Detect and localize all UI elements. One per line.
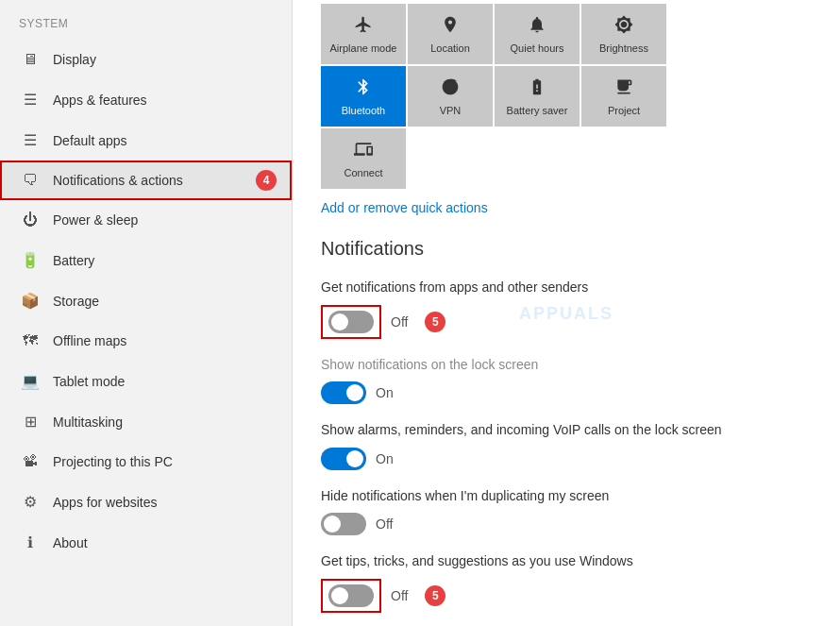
qa-tile-location[interactable]: Location [408, 4, 493, 64]
sidebar-item-apps-websites[interactable]: ⚙Apps for websites [0, 482, 292, 522]
qa-tile-airplane[interactable]: Airplane mode [321, 4, 406, 64]
storage-icon: 📦 [21, 292, 40, 310]
sidebar-item-label-display: Display [53, 52, 96, 67]
sidebar-item-tablet-mode[interactable]: 💻Tablet mode [0, 361, 292, 401]
notif-setting-label-hide-duplicating: Hide notifications when I'm duplicating … [321, 487, 812, 506]
qa-tile-label-vpn: VPN [440, 105, 462, 116]
battery-saver-icon [528, 77, 546, 101]
offline-maps-icon: 🗺 [21, 332, 40, 349]
toggle-label-get-tips: Off [391, 588, 408, 603]
toggle-label-show-alarms: On [376, 451, 394, 466]
sidebar: System 🖥Display☰Apps & features☰Default … [0, 0, 293, 626]
sidebar-item-label-tablet-mode: Tablet mode [53, 374, 125, 389]
sidebar-item-label-battery: Battery [53, 253, 94, 268]
sidebar-header: System [0, 9, 292, 40]
sidebar-item-label-power-sleep: Power & sleep [53, 212, 138, 228]
power-sleep-icon: ⏻ [21, 211, 40, 228]
qa-tile-battery-saver[interactable]: Battery saver [495, 66, 580, 127]
bluetooth-icon [354, 77, 373, 101]
sidebar-item-default-apps[interactable]: ☰Default apps [0, 120, 292, 161]
toggle-get-notifications[interactable] [328, 311, 374, 333]
toggle-knob-get-notifications [331, 313, 348, 330]
notifications-section-title: Notifications [321, 238, 812, 260]
sidebar-item-label-default-apps: Default apps [53, 133, 127, 148]
notif-setting-label-show-lock-screen: Show notifications on the lock screen [321, 356, 812, 375]
notif-setting-get-notifications: Get notifications from apps and other se… [321, 279, 812, 339]
notif-setting-get-tips: Get tips, tricks, and suggestions as you… [321, 552, 812, 613]
toggle-row-get-notifications: Off5 [321, 305, 812, 339]
display-icon: 🖥 [21, 51, 40, 68]
sidebar-item-projecting[interactable]: 📽Projecting to this PC [0, 442, 292, 482]
sidebar-item-label-projecting: Projecting to this PC [53, 454, 173, 469]
step-badge-notifications-actions: 4 [256, 170, 277, 191]
qa-tile-label-connect: Connect [344, 167, 383, 178]
toggle-row-hide-duplicating: Off [321, 513, 812, 535]
apps-websites-icon: ⚙ [21, 493, 40, 511]
qa-tile-quiet-hours[interactable]: Quiet hours [495, 4, 580, 64]
toggle-row-show-lock-screen: On [321, 381, 812, 404]
quick-actions-grid: Airplane modeLocationQuiet hoursBrightne… [321, 4, 812, 189]
sidebar-item-storage[interactable]: 📦Storage [0, 280, 292, 321]
qa-tile-label-brightness: Brightness [599, 42, 648, 54]
notif-setting-show-alarms: Show alarms, reminders, and incoming VoI… [321, 421, 812, 470]
toggle-label-show-lock-screen: On [376, 385, 394, 400]
toggle-highlight-get-tips [321, 579, 381, 613]
toggle-label-hide-duplicating: Off [376, 516, 393, 532]
sidebar-item-about[interactable]: ℹAbout [0, 522, 292, 563]
sidebar-item-label-apps-features: Apps & features [53, 93, 147, 108]
step-badge-get-notifications: 5 [425, 312, 445, 332]
qa-tile-label-airplane: Airplane mode [330, 42, 397, 54]
multitasking-icon: ⊞ [21, 413, 40, 431]
toggle-knob-show-lock-screen [346, 384, 363, 401]
vpn-icon [441, 77, 460, 101]
notif-setting-label-get-tips: Get tips, tricks, and suggestions as you… [321, 552, 812, 571]
tablet-mode-icon: 💻 [21, 372, 40, 390]
sidebar-item-label-storage: Storage [53, 294, 99, 309]
notif-setting-show-lock-screen: Show notifications on the lock screenOn [321, 356, 812, 405]
qa-tile-vpn[interactable]: VPN [408, 66, 493, 127]
step-badge-get-tips: 5 [425, 585, 445, 606]
default-apps-icon: ☰ [21, 131, 40, 149]
main-content: Airplane modeLocationQuiet hoursBrightne… [293, 0, 840, 626]
toggle-knob-show-alarms [346, 450, 363, 467]
battery-icon: 🔋 [21, 251, 40, 269]
toggle-hide-duplicating[interactable] [321, 513, 366, 535]
sidebar-item-label-notifications-actions: Notifications & actions [53, 173, 183, 188]
sidebar-item-battery[interactable]: 🔋Battery [0, 240, 292, 280]
sidebar-item-display[interactable]: 🖥Display [0, 40, 292, 79]
sidebar-item-power-sleep[interactable]: ⏻Power & sleep [0, 200, 292, 240]
toggle-label-get-notifications: Off [391, 314, 408, 330]
qa-tile-label-battery-saver: Battery saver [507, 105, 568, 116]
qa-tile-label-project: Project [608, 105, 640, 116]
brightness-icon [614, 15, 633, 39]
sidebar-item-multitasking[interactable]: ⊞Multitasking [0, 401, 292, 442]
qa-tile-label-quiet-hours: Quiet hours [511, 42, 564, 54]
toggle-highlight-get-notifications [321, 305, 381, 339]
location-icon [441, 15, 460, 39]
qa-tile-brightness[interactable]: Brightness [581, 4, 666, 64]
qa-tile-label-bluetooth: Bluetooth [342, 105, 385, 116]
add-remove-quick-actions[interactable]: Add or remove quick actions [321, 200, 812, 215]
toggle-knob-get-tips [331, 587, 348, 604]
sidebar-item-notifications-actions[interactable]: 🗨Notifications & actions4 [0, 161, 292, 200]
sidebar-item-offline-maps[interactable]: 🗺Offline maps [0, 321, 292, 361]
notif-setting-label-get-notifications: Get notifications from apps and other se… [321, 279, 812, 297]
projecting-icon: 📽 [21, 453, 40, 470]
apps-features-icon: ☰ [21, 91, 40, 109]
toggle-row-get-tips: Off5 [321, 579, 812, 613]
sidebar-item-label-offline-maps: Offline maps [53, 333, 126, 348]
toggle-get-tips[interactable] [328, 584, 374, 607]
quiet-hours-icon [528, 15, 546, 39]
sidebar-item-label-about: About [53, 535, 88, 550]
sidebar-item-apps-features[interactable]: ☰Apps & features [0, 79, 292, 120]
notif-setting-hide-duplicating: Hide notifications when I'm duplicating … [321, 487, 812, 536]
connect-icon [354, 140, 373, 163]
toggle-show-lock-screen[interactable] [321, 381, 366, 404]
toggle-knob-hide-duplicating [324, 516, 341, 533]
qa-tile-project[interactable]: Project [581, 66, 666, 127]
toggle-show-alarms[interactable] [321, 448, 366, 470]
project-icon [614, 77, 633, 101]
qa-tile-connect[interactable]: Connect [321, 128, 406, 189]
sidebar-item-label-apps-websites: Apps for websites [53, 495, 158, 510]
qa-tile-bluetooth[interactable]: Bluetooth [321, 66, 406, 127]
